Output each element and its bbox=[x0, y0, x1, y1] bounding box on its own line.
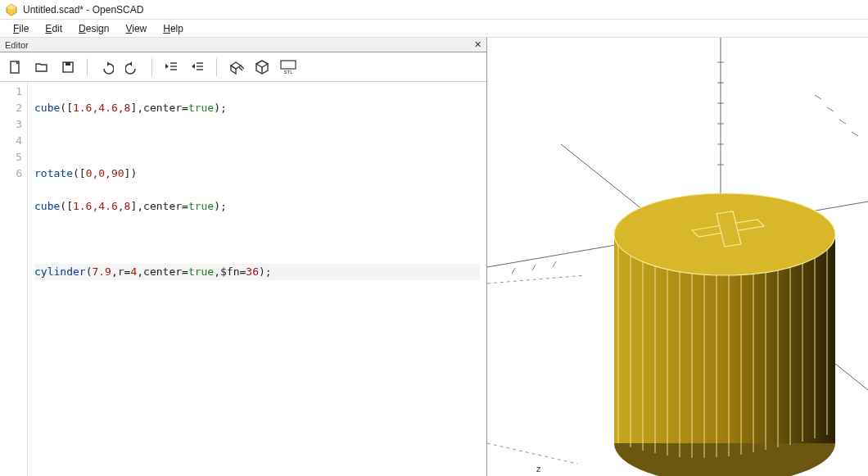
svg-marker-17 bbox=[231, 66, 236, 74]
menu-view[interactable]: View bbox=[117, 21, 155, 36]
svg-rect-5 bbox=[66, 62, 70, 66]
line-number: 1 bbox=[0, 84, 22, 100]
code-line bbox=[34, 133, 480, 149]
svg-line-33 bbox=[827, 107, 834, 111]
svg-line-38 bbox=[553, 261, 556, 267]
model-cylinder bbox=[614, 193, 835, 476]
main: Editor ✕ STL 1 2 3 4 5 6 bbox=[0, 38, 868, 476]
line-number: 5 bbox=[0, 149, 22, 165]
export-stl-button[interactable]: STL bbox=[279, 58, 297, 76]
svg-line-35 bbox=[852, 132, 858, 136]
window-title: Untitled.scad* - OpenSCAD bbox=[23, 4, 143, 16]
svg-rect-21 bbox=[281, 61, 296, 69]
line-number: 4 bbox=[0, 133, 22, 149]
code-line: cube([1.6,4.6,8],center=true); bbox=[34, 198, 480, 215]
undo-button[interactable] bbox=[97, 58, 115, 76]
unindent-button[interactable] bbox=[162, 58, 180, 76]
menubar: File Edit Design View Help bbox=[0, 20, 868, 38]
viewport-pane[interactable]: z bbox=[487, 38, 868, 476]
svg-line-36 bbox=[512, 268, 515, 274]
menu-design[interactable]: Design bbox=[70, 21, 117, 36]
toolbar-separator bbox=[151, 58, 152, 76]
editor-title: Editor bbox=[5, 40, 29, 50]
menu-edit[interactable]: Edit bbox=[37, 21, 70, 36]
editor-toolbar: STL bbox=[0, 52, 486, 82]
svg-line-32 bbox=[815, 95, 821, 99]
save-button[interactable] bbox=[59, 58, 77, 76]
svg-line-37 bbox=[532, 265, 536, 270]
editor-pane: Editor ✕ STL 1 2 3 4 5 6 bbox=[0, 38, 487, 476]
code-line: cylinder(7.9,r=4,center=true,$fn=36); bbox=[34, 264, 480, 280]
new-button[interactable] bbox=[7, 58, 25, 76]
svg-line-40 bbox=[487, 443, 577, 464]
svg-text:STL: STL bbox=[283, 70, 293, 75]
line-number: 3 bbox=[0, 116, 22, 133]
code-line bbox=[34, 231, 480, 247]
redo-button[interactable] bbox=[124, 58, 142, 76]
menu-file[interactable]: File bbox=[5, 21, 37, 36]
viewport-3d[interactable]: z bbox=[487, 38, 868, 476]
toolbar-separator bbox=[87, 58, 88, 76]
editor-body[interactable]: 1 2 3 4 5 6 cube([1.6,4.6,8],center=true… bbox=[0, 82, 486, 476]
preview-button[interactable] bbox=[227, 58, 245, 76]
line-number: 2 bbox=[0, 100, 22, 116]
axis-label-z: z bbox=[536, 464, 541, 474]
code-line: rotate([0,0,90]) bbox=[34, 165, 480, 182]
line-gutter: 1 2 3 4 5 6 bbox=[0, 82, 28, 476]
indent-button[interactable] bbox=[188, 58, 206, 76]
toolbar-separator bbox=[216, 58, 217, 76]
svg-marker-6 bbox=[107, 61, 110, 66]
svg-marker-15 bbox=[192, 64, 195, 69]
svg-marker-19 bbox=[256, 61, 268, 67]
svg-line-39 bbox=[487, 275, 585, 283]
menu-help[interactable]: Help bbox=[155, 21, 192, 36]
svg-marker-7 bbox=[129, 61, 132, 66]
open-button[interactable] bbox=[33, 58, 51, 76]
editor-header: Editor ✕ bbox=[0, 38, 486, 52]
svg-line-34 bbox=[839, 120, 846, 124]
editor-close-button[interactable]: ✕ bbox=[472, 39, 483, 50]
line-number: 6 bbox=[0, 165, 22, 182]
code-line: cube([1.6,4.6,8],center=true); bbox=[34, 100, 480, 116]
render-button[interactable] bbox=[253, 58, 271, 76]
svg-marker-11 bbox=[165, 64, 169, 69]
titlebar: Untitled.scad* - OpenSCAD bbox=[0, 0, 868, 20]
code-area[interactable]: cube([1.6,4.6,8],center=true); rotate([0… bbox=[28, 82, 486, 476]
app-icon bbox=[5, 3, 18, 16]
